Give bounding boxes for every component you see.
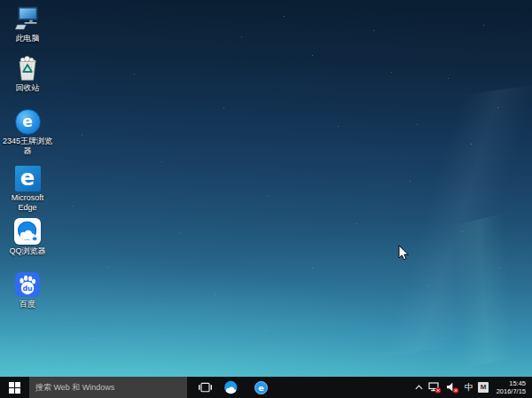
- desktop-icon-microsoft-edge[interactable]: e Microsoft Edge: [2, 165, 53, 213]
- desktop-wallpaper[interactable]: 此电脑 回收站 e 2345王牌浏览器 e: [0, 0, 532, 398]
- recycle-bin-icon: [14, 55, 41, 82]
- qq-browser-icon: [14, 218, 41, 245]
- chevron-up-icon: [415, 385, 423, 390]
- taskbar-pinned-qq-browser[interactable]: [218, 377, 243, 398]
- taskbar-pinned-2345-browser[interactable]: e: [248, 377, 273, 398]
- task-view-icon: [199, 382, 212, 393]
- network-disconnected-icon: [428, 382, 442, 394]
- baidu-du-glyph: du: [22, 285, 32, 293]
- network-status-button[interactable]: [427, 377, 442, 398]
- desktop-icon-recycle-bin[interactable]: 回收站: [2, 55, 53, 93]
- task-view-button[interactable]: [192, 377, 218, 398]
- desktop-icon-label: 回收站: [16, 83, 40, 93]
- baidu-icon: du: [14, 271, 41, 298]
- taskbar: e 中 M: [0, 377, 532, 398]
- volume-muted-button[interactable]: [445, 377, 460, 398]
- desktop-icon-baidu[interactable]: du 百度: [2, 271, 53, 309]
- qq-browser-icon: [223, 380, 239, 395]
- clock-time: 15:45: [509, 379, 526, 387]
- windows-logo-icon: [9, 382, 20, 394]
- desktop-icon-label: Microsoft Edge: [2, 193, 53, 213]
- system-tray: 中 M 15:45 2016/7/15: [413, 377, 532, 398]
- 2345-e-glyph: e: [22, 114, 33, 129]
- show-hidden-icons-button[interactable]: [413, 377, 425, 398]
- edge-e-glyph: e: [20, 168, 35, 189]
- 2345-e-glyph: e: [258, 383, 264, 393]
- start-button[interactable]: [0, 377, 29, 398]
- wallpaper-light-streak: [367, 200, 532, 385]
- 2345-browser-icon: e: [254, 380, 269, 395]
- ime-language-indicator[interactable]: 中: [463, 377, 475, 398]
- wallpaper-light-streak: [303, 80, 532, 363]
- ime-mode-badge: M: [478, 382, 489, 393]
- this-pc-icon: [14, 5, 41, 32]
- microsoft-edge-icon: e: [14, 165, 41, 191]
- wallpaper-stars: [0, 0, 1, 1]
- desktop-icon-label: QQ浏览器: [9, 246, 45, 256]
- speaker-muted-icon: [446, 382, 459, 394]
- taskbar-clock[interactable]: 15:45 2016/7/15: [491, 379, 528, 395]
- taskbar-search-input[interactable]: [29, 377, 187, 398]
- desktop-icon-label: 此电脑: [16, 34, 40, 43]
- desktop-icon-this-pc[interactable]: 此电脑: [2, 5, 53, 43]
- desktop-icon-label: 2345王牌浏览器: [2, 137, 53, 156]
- desktop-icon-label: 百度: [20, 300, 35, 309]
- desktop-icon-2345-browser[interactable]: e 2345王牌浏览器: [2, 108, 53, 156]
- clock-date: 2016/7/15: [497, 387, 526, 395]
- desktop-icon-qq-browser[interactable]: QQ浏览器: [2, 218, 53, 256]
- 2345-browser-icon: e: [14, 108, 41, 135]
- ime-mode-indicator[interactable]: M: [478, 377, 489, 398]
